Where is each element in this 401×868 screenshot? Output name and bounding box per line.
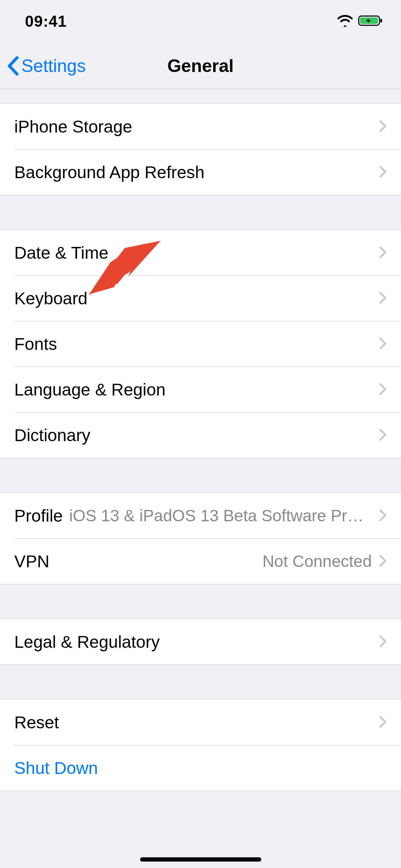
battery-charging-icon <box>358 12 384 30</box>
chevron-right-icon <box>379 713 387 732</box>
chevron-right-icon <box>379 334 387 354</box>
status-bar: 09:41 <box>0 0 401 43</box>
chevron-right-icon <box>379 380 387 399</box>
row-reset[interactable]: Reset <box>0 699 401 745</box>
chevron-right-icon <box>379 117 387 136</box>
wifi-icon <box>337 12 353 30</box>
chevron-right-icon <box>379 552 387 571</box>
section-gap <box>0 665 401 699</box>
row-detail: Not Connected <box>57 552 372 571</box>
row-profile[interactable]: Profile iOS 13 & iPadOS 13 Beta Software… <box>0 493 401 538</box>
chevron-left-icon <box>7 56 19 76</box>
section-gap <box>0 89 401 103</box>
settings-group: Reset Shut Down <box>0 699 401 791</box>
home-indicator <box>140 857 261 862</box>
row-label: Legal & Regulatory <box>14 632 160 652</box>
row-label: Profile <box>14 506 63 526</box>
navigation-bar: Settings General <box>0 43 401 89</box>
row-iphone-storage[interactable]: iPhone Storage <box>0 104 401 149</box>
section-gap <box>0 195 401 229</box>
settings-group: Profile iOS 13 & iPadOS 13 Beta Software… <box>0 492 401 584</box>
row-label: Keyboard <box>14 289 87 308</box>
row-dictionary[interactable]: Dictionary <box>0 412 401 458</box>
row-language-region[interactable]: Language & Region <box>0 367 401 412</box>
section-gap <box>0 458 401 492</box>
svg-rect-1 <box>380 19 382 22</box>
row-keyboard[interactable]: Keyboard <box>0 275 401 321</box>
status-time: 09:41 <box>25 12 67 30</box>
row-date-time[interactable]: Date & Time <box>0 230 401 275</box>
settings-group: iPhone Storage Background App Refresh <box>0 103 401 195</box>
chevron-right-icon <box>379 162 387 182</box>
row-shut-down[interactable]: Shut Down <box>0 745 401 791</box>
row-legal-regulatory[interactable]: Legal & Regulatory <box>0 619 401 665</box>
row-label: iPhone Storage <box>14 117 132 136</box>
chevron-right-icon <box>379 506 387 526</box>
row-label: Dictionary <box>14 425 90 445</box>
row-label: Language & Region <box>14 380 165 399</box>
row-label: VPN <box>14 552 50 571</box>
status-icons <box>337 12 384 30</box>
row-label: Date & Time <box>14 243 108 263</box>
row-vpn[interactable]: VPN Not Connected <box>0 538 401 584</box>
row-detail: iOS 13 & iPadOS 13 Beta Software Profile… <box>69 506 372 525</box>
row-background-app-refresh[interactable]: Background App Refresh <box>0 149 401 195</box>
row-label: Background App Refresh <box>14 162 205 182</box>
back-button[interactable]: Settings <box>7 56 86 76</box>
back-label: Settings <box>21 56 86 76</box>
chevron-right-icon <box>379 243 387 263</box>
chevron-right-icon <box>379 632 387 652</box>
settings-group: Date & Time Keyboard Fonts Language & Re… <box>0 229 401 458</box>
settings-group: Legal & Regulatory <box>0 619 401 665</box>
row-label: Fonts <box>14 334 57 354</box>
row-fonts[interactable]: Fonts <box>0 321 401 367</box>
chevron-right-icon <box>379 425 387 445</box>
row-label: Shut Down <box>14 758 98 778</box>
chevron-right-icon <box>379 289 387 308</box>
row-label: Reset <box>14 713 59 732</box>
section-gap <box>0 584 401 619</box>
